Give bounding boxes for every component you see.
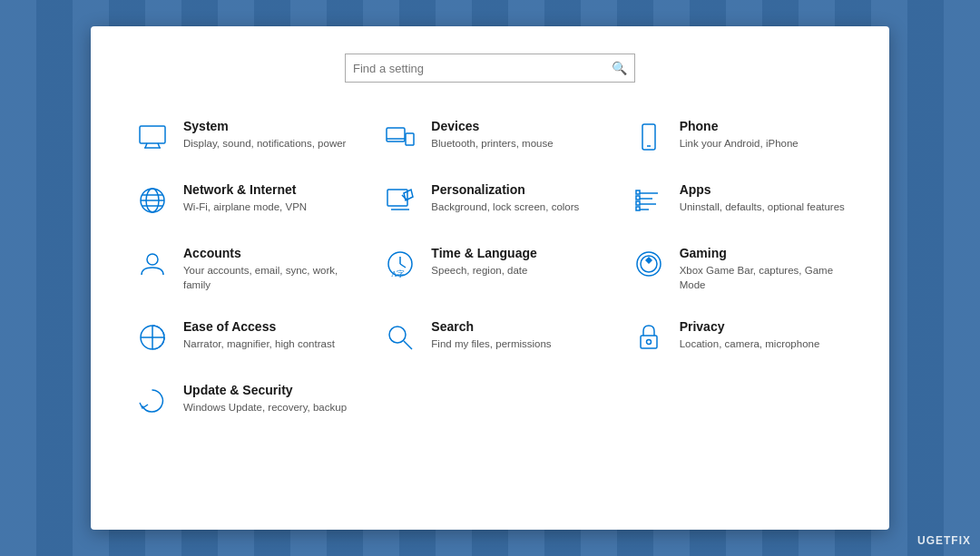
svg-line-28 bbox=[400, 264, 406, 268]
settings-item-phone[interactable]: Phone Link your Android, iPhone bbox=[623, 110, 853, 164]
ease-title: Ease of Access bbox=[183, 319, 335, 334]
time-icon: A字 bbox=[382, 246, 418, 282]
settings-item-system[interactable]: System Display, sound, notifications, po… bbox=[127, 110, 357, 164]
personalization-desc: Background, lock screen, colors bbox=[431, 200, 579, 214]
network-title: Network & Internet bbox=[183, 182, 307, 197]
time-desc: Speech, region, date bbox=[431, 263, 536, 278]
personalization-icon bbox=[382, 182, 418, 219]
privacy-icon bbox=[631, 319, 667, 356]
settings-item-devices[interactable]: Devices Bluetooth, printers, mouse bbox=[375, 110, 604, 164]
search-title: Search bbox=[431, 319, 551, 334]
svg-rect-22 bbox=[636, 196, 640, 200]
personalization-title: Personalization bbox=[431, 182, 579, 197]
search-bar: 🔍 bbox=[345, 54, 635, 83]
phone-title: Phone bbox=[680, 119, 799, 133]
network-desc: Wi-Fi, airplane mode, VPN bbox=[183, 200, 307, 214]
privacy-desc: Location, camera, microphone bbox=[680, 337, 820, 351]
svg-rect-37 bbox=[641, 336, 657, 348]
svg-line-36 bbox=[404, 341, 412, 349]
svg-text:A字: A字 bbox=[391, 269, 406, 278]
settings-item-time[interactable]: A字 Time & Language Speech, region, date bbox=[375, 237, 604, 301]
apps-icon bbox=[631, 182, 667, 219]
privacy-text: Privacy Location, camera, microphone bbox=[680, 319, 820, 351]
search-text: Search Find my files, permissions bbox=[431, 319, 551, 351]
privacy-title: Privacy bbox=[680, 319, 820, 334]
network-text: Network & Internet Wi-Fi, airplane mode,… bbox=[183, 182, 307, 214]
settings-item-personalization[interactable]: Personalization Background, lock screen,… bbox=[375, 173, 604, 228]
search-desc: Find my files, permissions bbox=[431, 337, 551, 351]
update-text: Update & Security Windows Update, recove… bbox=[183, 383, 347, 415]
settings-item-ease[interactable]: Ease of Access Narrator, magnifier, high… bbox=[127, 310, 357, 365]
svg-point-35 bbox=[389, 327, 406, 343]
devices-desc: Bluetooth, printers, mouse bbox=[431, 136, 553, 151]
accounts-icon bbox=[134, 246, 171, 282]
settings-item-accounts[interactable]: Accounts Your accounts, email, sync, wor… bbox=[127, 237, 357, 301]
personalization-text: Personalization Background, lock screen,… bbox=[431, 182, 579, 214]
settings-window: 🔍 System Display, sound, notifications, … bbox=[91, 26, 889, 530]
network-icon bbox=[134, 182, 171, 219]
gaming-title: Gaming bbox=[680, 246, 846, 260]
svg-rect-24 bbox=[636, 207, 640, 210]
phone-desc: Link your Android, iPhone bbox=[680, 136, 799, 151]
settings-item-update[interactable]: Update & Security Windows Update, recove… bbox=[127, 374, 357, 428]
system-desc: Display, sound, notifications, power bbox=[183, 136, 346, 151]
update-desc: Windows Update, recovery, backup bbox=[183, 400, 347, 415]
settings-item-privacy[interactable]: Privacy Location, camera, microphone bbox=[623, 310, 853, 365]
apps-desc: Uninstall, defaults, optional features bbox=[680, 200, 845, 214]
system-icon bbox=[134, 119, 171, 155]
update-title: Update & Security bbox=[183, 383, 347, 397]
update-icon bbox=[134, 383, 171, 419]
svg-rect-21 bbox=[636, 190, 640, 194]
ease-text: Ease of Access Narrator, magnifier, high… bbox=[183, 319, 335, 351]
settings-item-search[interactable]: Search Find my files, permissions bbox=[375, 310, 604, 365]
gaming-text: Gaming Xbox Game Bar, captures, Game Mod… bbox=[680, 246, 846, 292]
search-icon bbox=[382, 319, 418, 356]
devices-text: Devices Bluetooth, printers, mouse bbox=[431, 119, 553, 151]
accounts-title: Accounts bbox=[183, 246, 349, 260]
phone-icon bbox=[631, 119, 667, 155]
svg-rect-5 bbox=[406, 133, 414, 145]
search-bar-container: 🔍 bbox=[127, 54, 853, 83]
settings-item-network[interactable]: Network & Internet Wi-Fi, airplane mode,… bbox=[127, 173, 357, 228]
ease-desc: Narrator, magnifier, high contrast bbox=[183, 337, 335, 351]
accounts-desc: Your accounts, email, sync, work, family bbox=[183, 263, 349, 292]
settings-item-gaming[interactable]: Gaming Xbox Game Bar, captures, Game Mod… bbox=[623, 237, 853, 301]
ease-icon bbox=[134, 319, 171, 356]
svg-rect-23 bbox=[636, 201, 640, 205]
search-input[interactable] bbox=[353, 62, 612, 75]
search-icon: 🔍 bbox=[612, 61, 627, 75]
svg-point-38 bbox=[646, 340, 651, 345]
devices-title: Devices bbox=[431, 119, 553, 133]
system-title: System bbox=[183, 119, 346, 133]
phone-text: Phone Link your Android, iPhone bbox=[680, 119, 799, 151]
system-text: System Display, sound, notifications, po… bbox=[183, 119, 346, 151]
settings-grid: System Display, sound, notifications, po… bbox=[127, 110, 853, 428]
gaming-desc: Xbox Game Bar, captures, Game Mode bbox=[680, 263, 846, 292]
accounts-text: Accounts Your accounts, email, sync, wor… bbox=[183, 246, 349, 292]
settings-item-apps[interactable]: Apps Uninstall, defaults, optional featu… bbox=[623, 173, 853, 228]
time-text: Time & Language Speech, region, date bbox=[431, 246, 536, 278]
watermark: UGETFIX bbox=[917, 534, 971, 547]
svg-point-25 bbox=[147, 254, 158, 265]
apps-text: Apps Uninstall, defaults, optional featu… bbox=[680, 182, 845, 214]
time-title: Time & Language bbox=[431, 246, 536, 260]
devices-icon bbox=[382, 119, 418, 155]
gaming-icon bbox=[631, 246, 667, 282]
apps-title: Apps bbox=[680, 182, 845, 197]
svg-rect-0 bbox=[140, 126, 165, 143]
